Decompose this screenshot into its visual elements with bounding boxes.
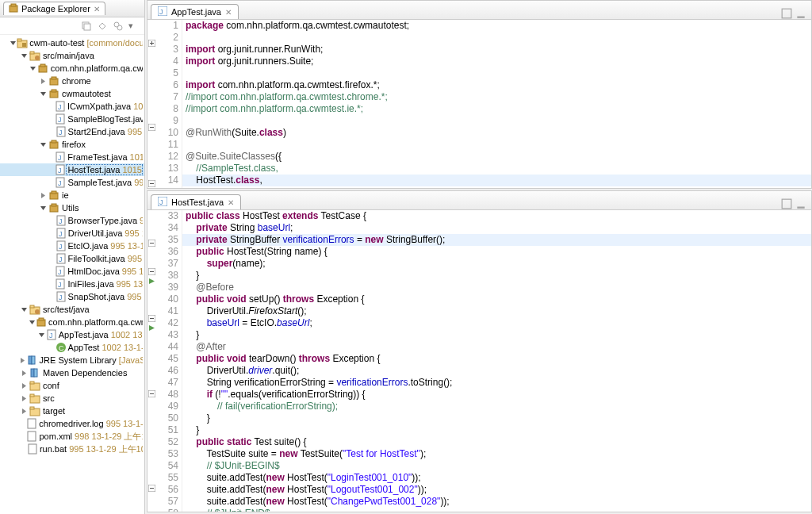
- tree-item[interactable]: JDriverUtil.java 995 13-1: [0, 227, 144, 240]
- twisty-icon[interactable]: [19, 382, 29, 389]
- tree-item[interactable]: JEtcIO.java 995 13-1-29 .: [0, 240, 144, 252]
- tree-item[interactable]: chromedriver.log 995 13-1-29 上午: [0, 417, 144, 430]
- code-line[interactable]: super(name);: [182, 258, 811, 270]
- twisty-icon[interactable]: [29, 319, 36, 326]
- code-line[interactable]: public void tearDown() throws Exception …: [182, 353, 811, 365]
- twisty-icon[interactable]: [19, 357, 27, 364]
- tree-item[interactable]: JSnapShot.java 995 13-1: [0, 290, 144, 303]
- close-icon[interactable]: ✕: [94, 5, 100, 13]
- tree-item[interactable]: JHtmlDoc.java 995 13-1-2: [0, 265, 144, 278]
- code-line[interactable]: // $JUnit-END$: [182, 508, 811, 512]
- code-line[interactable]: @Before: [182, 282, 811, 293]
- twisty-icon[interactable]: [19, 306, 29, 313]
- twisty-icon[interactable]: [19, 408, 29, 415]
- close-icon[interactable]: ✕: [225, 8, 232, 17]
- code-line[interactable]: }: [182, 329, 811, 341]
- twisty-icon[interactable]: [38, 141, 48, 148]
- code-line[interactable]: //SampleTest.class,: [182, 163, 811, 175]
- code-line[interactable]: @RunWith(Suite.class): [182, 127, 811, 139]
- minimize-icon[interactable]: [795, 8, 806, 19]
- code-line[interactable]: baseUrl = EtcIO.baseUrl;: [182, 317, 811, 329]
- twisty-icon[interactable]: [19, 370, 29, 377]
- code-line[interactable]: @Suite.SuiteClasses({: [182, 151, 811, 163]
- code-line[interactable]: suite.addTest(new HostTest("LoginTest001…: [182, 472, 811, 484]
- tree-item[interactable]: run.bat 995 13-1-29 上午10:29 c: [0, 443, 144, 455]
- tree-item[interactable]: JIniFiles.java 995 13-1-29: [0, 278, 144, 290]
- twisty-icon[interactable]: [38, 90, 48, 98]
- tree-item[interactable]: JHostTest.java 1015 13-1: [0, 163, 144, 176]
- maximize-icon[interactable]: [781, 8, 792, 19]
- link-with-editor-icon[interactable]: [97, 21, 108, 32]
- tree-item[interactable]: JSampleBlogTest.java 995: [0, 113, 144, 125]
- tree-item[interactable]: Utils: [0, 201, 144, 214]
- code-line[interactable]: public HostTest(String name) {: [182, 246, 811, 258]
- tree-item[interactable]: JICwmXpath.java 1013 13-: [0, 100, 144, 113]
- view-menu-icon[interactable]: ▾: [128, 21, 140, 32]
- twisty-icon[interactable]: [10, 40, 17, 47]
- code-line[interactable]: // $JUnit-BEGIN$: [182, 460, 811, 472]
- package-tree[interactable]: cwm-auto-test [common/document/Tesrc/mai…: [0, 35, 144, 514]
- tree-item[interactable]: src: [0, 392, 144, 405]
- code-line[interactable]: // fail(verificationErrorString);: [182, 401, 811, 412]
- tree-item[interactable]: src/main/java: [0, 49, 144, 62]
- tree-item[interactable]: CAppTest 1002 13-1-30 T: [0, 341, 144, 354]
- code-line[interactable]: suite.addTest(new HostTest("ChangePwdTes…: [182, 496, 811, 508]
- tree-item[interactable]: com.nhn.platform.qa.cwm: [0, 62, 144, 75]
- tree-item[interactable]: ie: [0, 189, 144, 201]
- code-line[interactable]: private StringBuffer verificationErrors …: [182, 234, 811, 246]
- code-line[interactable]: private String baseUrl;: [182, 222, 811, 234]
- twisty-icon[interactable]: [19, 52, 29, 59]
- close-icon[interactable]: ✕: [228, 198, 234, 207]
- code-line[interactable]: [182, 32, 811, 44]
- tree-item[interactable]: pom.xml 998 13-1-29 上午11:24 c: [0, 430, 144, 443]
- tree-item[interactable]: Maven Dependencies: [0, 366, 144, 379]
- code-area[interactable]: public class HostTest extends TestCase {…: [182, 210, 811, 512]
- code-line[interactable]: TestSuite suite = new TestSuite("Test fo…: [182, 448, 811, 460]
- code-line[interactable]: [182, 115, 811, 127]
- twisty-icon[interactable]: [38, 205, 48, 212]
- code-line[interactable]: DriverUtil.driver.quit();: [182, 365, 811, 377]
- code-line[interactable]: }: [182, 270, 811, 282]
- code-line[interactable]: package com.nhn.platform.qa.cwmtest.cwma…: [182, 20, 811, 32]
- code-line[interactable]: import org.junit.runners.Suite;: [182, 56, 811, 67]
- collapse-all-icon[interactable]: [81, 21, 92, 32]
- code-line[interactable]: [182, 67, 811, 79]
- tree-item[interactable]: JBrowserType.java 995 1: [0, 214, 144, 227]
- tree-item[interactable]: cwm-auto-test [common/document/Te: [0, 36, 144, 49]
- tree-item[interactable]: src/test/java: [0, 303, 144, 316]
- code-line[interactable]: //import com.nhn.platform.qa.cwmtest.chr…: [182, 91, 811, 103]
- code-line[interactable]: public void setUp() throws Exception {: [182, 293, 811, 305]
- explorer-tab[interactable]: Package Explorer ✕: [3, 2, 105, 15]
- tree-item[interactable]: JFrameTest.java 1015 13-: [0, 151, 144, 163]
- tree-item[interactable]: conf: [0, 379, 144, 392]
- tree-item[interactable]: JStart2End.java 995 13-1: [0, 125, 144, 138]
- tree-item[interactable]: com.nhn.platform.qa.cwmtest.cv: [0, 316, 144, 328]
- tree-item[interactable]: JSampleTest.java 995 13-: [0, 176, 144, 189]
- tab-apptest[interactable]: J AppTest.java ✕: [151, 4, 239, 19]
- twisty-icon[interactable]: [38, 192, 48, 199]
- editor-body-bottom[interactable]: 3334353637383940414243444546474849505152…: [147, 210, 811, 512]
- code-line[interactable]: }: [182, 412, 811, 424]
- code-line[interactable]: public static Test suite() {: [182, 436, 811, 448]
- tree-item[interactable]: cwmautotest: [0, 87, 144, 100]
- twisty-icon[interactable]: [19, 395, 29, 402]
- code-line[interactable]: FrameTest.class,: [182, 186, 811, 188]
- code-line[interactable]: DriverUtil.FirefoxStart();: [182, 305, 811, 317]
- tree-item[interactable]: chrome: [0, 75, 144, 87]
- minimize-icon[interactable]: [795, 198, 806, 209]
- code-line[interactable]: String verificationErrorString = verific…: [182, 377, 811, 389]
- code-line[interactable]: HostTest.class,: [182, 175, 811, 186]
- filter-icon[interactable]: [113, 21, 124, 32]
- code-line[interactable]: @After: [182, 341, 811, 353]
- editor-body-top[interactable]: 123456789101112131415161718 package com.…: [147, 20, 811, 188]
- code-line[interactable]: [182, 139, 811, 151]
- code-line[interactable]: import org.junit.runner.RunWith;: [182, 44, 811, 56]
- code-line[interactable]: import com.nhn.platform.qa.cwmtest.firef…: [182, 79, 811, 91]
- tree-item[interactable]: JRE System Library [JavaSE-1.6]: [0, 354, 144, 366]
- code-line[interactable]: public class HostTest extends TestCase {: [182, 210, 811, 222]
- code-line[interactable]: suite.addTest(new HostTest("LogoutTest00…: [182, 484, 811, 496]
- tree-item[interactable]: JAppTest.java 1002 13-1-30: [0, 328, 144, 341]
- code-area[interactable]: package com.nhn.platform.qa.cwmtest.cwma…: [182, 20, 811, 188]
- code-line[interactable]: }: [182, 424, 811, 436]
- tab-hosttest[interactable]: J HostTest.java ✕: [151, 194, 241, 209]
